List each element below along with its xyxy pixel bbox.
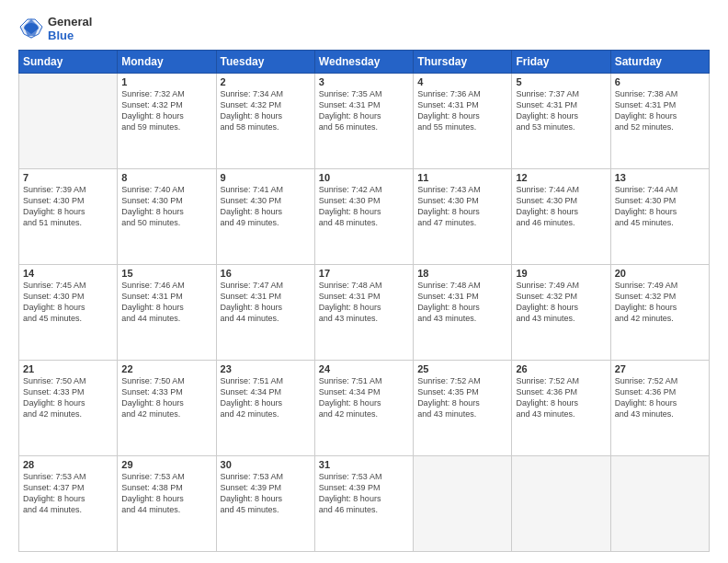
day-info: Sunrise: 7:34 AM Sunset: 4:32 PM Dayligh… — [221, 88, 311, 133]
day-number: 6 — [615, 76, 705, 87]
day-number: 9 — [221, 172, 311, 183]
day-number: 5 — [516, 76, 606, 87]
weekday-header-tuesday: Tuesday — [216, 51, 314, 74]
calendar-week-3: 14Sunrise: 7:45 AM Sunset: 4:30 PM Dayli… — [19, 265, 710, 361]
calendar-cell: 27Sunrise: 7:52 AM Sunset: 4:36 PM Dayli… — [610, 361, 709, 456]
day-info: Sunrise: 7:39 AM Sunset: 4:30 PM Dayligh… — [23, 184, 113, 229]
calendar-week-2: 7Sunrise: 7:39 AM Sunset: 4:30 PM Daylig… — [19, 169, 710, 265]
day-number: 12 — [516, 172, 606, 183]
calendar-cell: 24Sunrise: 7:51 AM Sunset: 4:34 PM Dayli… — [314, 361, 413, 456]
calendar-cell — [610, 456, 709, 552]
calendar-cell: 2Sunrise: 7:34 AM Sunset: 4:32 PM Daylig… — [216, 74, 314, 169]
day-number: 25 — [417, 363, 507, 374]
day-info: Sunrise: 7:44 AM Sunset: 4:30 PM Dayligh… — [615, 184, 705, 229]
day-info: Sunrise: 7:38 AM Sunset: 4:31 PM Dayligh… — [615, 88, 705, 133]
day-info: Sunrise: 7:37 AM Sunset: 4:31 PM Dayligh… — [516, 88, 606, 133]
weekday-header-monday: Monday — [118, 51, 216, 74]
calendar-cell: 7Sunrise: 7:39 AM Sunset: 4:30 PM Daylig… — [19, 169, 118, 265]
day-info: Sunrise: 7:50 AM Sunset: 4:33 PM Dayligh… — [121, 375, 211, 420]
day-number: 27 — [615, 363, 705, 374]
day-number: 1 — [121, 76, 211, 87]
calendar-cell: 1Sunrise: 7:32 AM Sunset: 4:32 PM Daylig… — [118, 74, 216, 169]
calendar-cell: 25Sunrise: 7:52 AM Sunset: 4:35 PM Dayli… — [414, 361, 512, 456]
page: General Blue SundayMondayTuesdayWednesda… — [0, 0, 728, 563]
day-info: Sunrise: 7:42 AM Sunset: 4:30 PM Dayligh… — [319, 184, 409, 229]
day-info: Sunrise: 7:51 AM Sunset: 4:34 PM Dayligh… — [221, 375, 311, 420]
day-info: Sunrise: 7:51 AM Sunset: 4:34 PM Dayligh… — [319, 375, 409, 420]
day-info: Sunrise: 7:52 AM Sunset: 4:36 PM Dayligh… — [615, 375, 705, 420]
calendar-table: SundayMondayTuesdayWednesdayThursdayFrid… — [18, 50, 710, 552]
day-info: Sunrise: 7:40 AM Sunset: 4:30 PM Dayligh… — [121, 184, 211, 229]
header: General Blue — [18, 15, 710, 42]
day-number: 21 — [23, 363, 113, 374]
calendar-cell: 22Sunrise: 7:50 AM Sunset: 4:33 PM Dayli… — [118, 361, 216, 456]
calendar-cell — [414, 456, 512, 552]
calendar-week-5: 28Sunrise: 7:53 AM Sunset: 4:37 PM Dayli… — [19, 456, 710, 552]
day-number: 28 — [23, 459, 113, 470]
weekday-header-saturday: Saturday — [610, 51, 709, 74]
calendar-cell: 20Sunrise: 7:49 AM Sunset: 4:32 PM Dayli… — [610, 265, 709, 361]
day-number: 24 — [319, 363, 409, 374]
day-info: Sunrise: 7:35 AM Sunset: 4:31 PM Dayligh… — [319, 88, 409, 133]
calendar-cell: 5Sunrise: 7:37 AM Sunset: 4:31 PM Daylig… — [512, 74, 610, 169]
day-info: Sunrise: 7:53 AM Sunset: 4:38 PM Dayligh… — [121, 471, 211, 516]
day-info: Sunrise: 7:52 AM Sunset: 4:35 PM Dayligh… — [417, 375, 507, 420]
calendar-cell: 23Sunrise: 7:51 AM Sunset: 4:34 PM Dayli… — [216, 361, 314, 456]
day-info: Sunrise: 7:45 AM Sunset: 4:30 PM Dayligh… — [23, 280, 113, 325]
day-number: 8 — [121, 172, 211, 183]
day-number: 23 — [221, 363, 311, 374]
calendar-cell: 6Sunrise: 7:38 AM Sunset: 4:31 PM Daylig… — [610, 74, 709, 169]
calendar-cell: 16Sunrise: 7:47 AM Sunset: 4:31 PM Dayli… — [216, 265, 314, 361]
calendar-cell: 4Sunrise: 7:36 AM Sunset: 4:31 PM Daylig… — [414, 74, 512, 169]
day-info: Sunrise: 7:53 AM Sunset: 4:39 PM Dayligh… — [221, 471, 311, 516]
calendar-cell: 3Sunrise: 7:35 AM Sunset: 4:31 PM Daylig… — [314, 74, 413, 169]
calendar-week-1: 1Sunrise: 7:32 AM Sunset: 4:32 PM Daylig… — [19, 74, 710, 169]
calendar-cell: 12Sunrise: 7:44 AM Sunset: 4:30 PM Dayli… — [512, 169, 610, 265]
day-info: Sunrise: 7:49 AM Sunset: 4:32 PM Dayligh… — [516, 280, 606, 325]
calendar-cell: 9Sunrise: 7:41 AM Sunset: 4:30 PM Daylig… — [216, 169, 314, 265]
day-number: 13 — [615, 172, 705, 183]
calendar-cell: 21Sunrise: 7:50 AM Sunset: 4:33 PM Dayli… — [19, 361, 118, 456]
day-info: Sunrise: 7:53 AM Sunset: 4:37 PM Dayligh… — [23, 471, 113, 516]
day-number: 20 — [615, 268, 705, 279]
day-number: 15 — [121, 268, 211, 279]
day-number: 2 — [221, 76, 311, 87]
day-info: Sunrise: 7:50 AM Sunset: 4:33 PM Dayligh… — [23, 375, 113, 420]
calendar-cell: 29Sunrise: 7:53 AM Sunset: 4:38 PM Dayli… — [118, 456, 216, 552]
day-number: 30 — [221, 459, 311, 470]
calendar-cell: 28Sunrise: 7:53 AM Sunset: 4:37 PM Dayli… — [19, 456, 118, 552]
calendar-cell: 11Sunrise: 7:43 AM Sunset: 4:30 PM Dayli… — [414, 169, 512, 265]
day-number: 29 — [121, 459, 211, 470]
day-info: Sunrise: 7:32 AM Sunset: 4:32 PM Dayligh… — [121, 88, 211, 133]
weekday-header-friday: Friday — [512, 51, 610, 74]
weekday-header-thursday: Thursday — [414, 51, 512, 74]
day-number: 16 — [221, 268, 311, 279]
day-number: 11 — [417, 172, 507, 183]
calendar-cell: 14Sunrise: 7:45 AM Sunset: 4:30 PM Dayli… — [19, 265, 118, 361]
day-info: Sunrise: 7:49 AM Sunset: 4:32 PM Dayligh… — [615, 280, 705, 325]
calendar-cell: 18Sunrise: 7:48 AM Sunset: 4:31 PM Dayli… — [414, 265, 512, 361]
day-number: 7 — [23, 172, 113, 183]
day-number: 10 — [319, 172, 409, 183]
day-info: Sunrise: 7:43 AM Sunset: 4:30 PM Dayligh… — [417, 184, 507, 229]
calendar-cell: 19Sunrise: 7:49 AM Sunset: 4:32 PM Dayli… — [512, 265, 610, 361]
day-info: Sunrise: 7:48 AM Sunset: 4:31 PM Dayligh… — [319, 280, 409, 325]
calendar-cell: 30Sunrise: 7:53 AM Sunset: 4:39 PM Dayli… — [216, 456, 314, 552]
logo-text: General Blue — [48, 15, 92, 42]
weekday-header-wednesday: Wednesday — [314, 51, 413, 74]
calendar-cell: 31Sunrise: 7:53 AM Sunset: 4:39 PM Dayli… — [314, 456, 413, 552]
calendar-cell: 17Sunrise: 7:48 AM Sunset: 4:31 PM Dayli… — [314, 265, 413, 361]
day-info: Sunrise: 7:52 AM Sunset: 4:36 PM Dayligh… — [516, 375, 606, 420]
day-number: 4 — [417, 76, 507, 87]
calendar-cell — [512, 456, 610, 552]
calendar-cell: 15Sunrise: 7:46 AM Sunset: 4:31 PM Dayli… — [118, 265, 216, 361]
day-number: 3 — [319, 76, 409, 87]
day-number: 14 — [23, 268, 113, 279]
day-info: Sunrise: 7:48 AM Sunset: 4:31 PM Dayligh… — [417, 280, 507, 325]
calendar-week-4: 21Sunrise: 7:50 AM Sunset: 4:33 PM Dayli… — [19, 361, 710, 456]
day-number: 18 — [417, 268, 507, 279]
calendar-cell: 13Sunrise: 7:44 AM Sunset: 4:30 PM Dayli… — [610, 169, 709, 265]
calendar-cell: 10Sunrise: 7:42 AM Sunset: 4:30 PM Dayli… — [314, 169, 413, 265]
weekday-header-sunday: Sunday — [19, 51, 118, 74]
day-info: Sunrise: 7:41 AM Sunset: 4:30 PM Dayligh… — [221, 184, 311, 229]
